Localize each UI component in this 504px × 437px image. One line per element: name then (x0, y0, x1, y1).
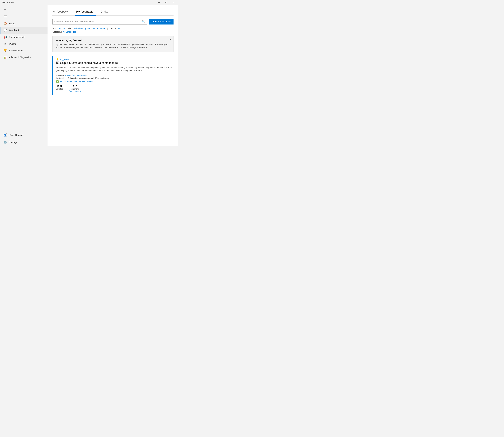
search-box[interactable]: 🔍 (52, 19, 147, 24)
sidebar-item-announcements[interactable]: 📢 Announcements (0, 34, 48, 40)
tab-all-feedback[interactable]: All feedback (52, 9, 71, 16)
comments-count: 110 (69, 85, 81, 88)
sidebar-item-home[interactable]: 🏠 Home (0, 20, 48, 27)
add-comment-link[interactable]: Add comment (69, 90, 81, 92)
titlebar: Feedback Hub — ☐ ✕ (0, 0, 178, 5)
sidebar-bottom: 👤 Cora Thomas ⚙️ Settings (0, 131, 48, 146)
hamburger-line-3 (4, 17, 7, 17)
sidebar-nav: 🏠 Home 💬 Feedback 📢 Announcements 🖥 Ques… (0, 20, 48, 61)
category-meta-label: Category (56, 74, 64, 76)
info-banner: Introducing My feedback My feedback make… (52, 36, 174, 52)
comments-section: 110 comments Add comment (69, 85, 81, 92)
info-banner-text: My feedback makes it easier to find the … (56, 43, 170, 49)
add-new-feedback-button[interactable]: + Add new feedback (149, 19, 174, 24)
filter-label: Filter: (67, 27, 73, 30)
quests-icon: 🖥 (3, 42, 7, 45)
last-activity-label: Last activity (56, 77, 67, 79)
search-icon: 🔍 (142, 20, 145, 23)
close-button[interactable]: ✕ (170, 0, 177, 5)
feedback-type: 💡 Suggestion (56, 58, 174, 60)
sidebar-item-feedback[interactable]: 💬 Feedback (0, 27, 48, 34)
maximize-button[interactable]: ☐ (163, 0, 170, 5)
official-response-text: An official response has been posted (60, 80, 93, 82)
tab-drafts[interactable]: Drafts (100, 9, 111, 16)
feedback-category: Category Apps > Snip and Sketch (56, 74, 174, 76)
filter-row: Sort: Activity Filter: Submitted by me, … (52, 27, 174, 30)
sidebar-item-settings[interactable]: ⚙️ Settings (0, 139, 48, 146)
tab-my-feedback[interactable]: My feedback (75, 9, 96, 16)
feedback-icon: 💬 (3, 29, 7, 32)
category-arrow: > (70, 74, 72, 76)
feedback-body: You should be able to zoom in on an imag… (56, 66, 174, 72)
last-activity-time: 52 seconds ago (95, 77, 109, 79)
comments-label: comments (69, 88, 81, 90)
hamburger-button[interactable] (2, 13, 8, 19)
sidebar-item-feedback-label: Feedback (9, 29, 19, 31)
sidebar-item-achievements-label: Achievements (9, 49, 23, 52)
app-body: ← 🏠 Home 💬 Feedback 📢 Announcements 🖥 Qu… (0, 5, 178, 146)
hamburger-line-1 (4, 15, 7, 15)
tabs: All feedback My feedback Drafts (52, 9, 174, 16)
filter-value[interactable]: Submitted by me, Upvoted by me (74, 27, 105, 30)
sort-label: Sort: (52, 27, 57, 30)
user-avatar-icon: 👤 (4, 134, 7, 137)
search-row: 🔍 + Add new feedback (52, 19, 174, 24)
device-value[interactable]: PC (118, 27, 121, 30)
user-name-label: Cora Thomas (10, 134, 23, 136)
filter-separator: Filter: (67, 27, 73, 30)
sidebar-item-quests[interactable]: 🖥 Quests (0, 40, 48, 47)
main-content: All feedback My feedback Drafts 🔍 + Add … (48, 5, 178, 146)
category-app-link[interactable]: Apps (65, 74, 70, 76)
sidebar-item-quests-label: Quests (9, 43, 16, 45)
home-icon: 🏠 (3, 22, 7, 25)
advanced-diagnostics-icon: 📊 (3, 56, 7, 59)
category-value[interactable]: All Categories (63, 31, 76, 33)
sidebar-item-settings-label: Settings (9, 141, 17, 144)
sidebar-item-advanced-diagnostics[interactable]: 📊 Advanced Diagnostics (0, 54, 48, 61)
filter-divider: | (107, 27, 108, 30)
banner-close-button[interactable]: ✕ (169, 38, 171, 40)
feedback-card: 💡 Suggestion 🖼 Snip & Sketch app should … (52, 56, 174, 95)
titlebar-controls: — ☐ ✕ (155, 0, 177, 5)
feedback-last-activity: Last activity This collection was create… (56, 77, 174, 79)
sidebar-item-announcements-label: Announcements (9, 36, 25, 38)
sidebar-item-achievements[interactable]: 🏆 Achievements (0, 47, 48, 54)
avatar: 👤 (3, 133, 7, 137)
feedback-title: 🖼 Snip & Sketch app should have a zoom f… (56, 61, 174, 65)
upvotes-label: upvotes (56, 88, 63, 90)
category-label: Category: (52, 31, 62, 33)
last-activity-text: This collection was created (68, 77, 93, 79)
category-sub-link[interactable]: Snip and Sketch (72, 74, 87, 76)
category-row: Category: All Categories (52, 31, 174, 33)
feedback-title-icon: 🖼 (56, 61, 59, 64)
search-input[interactable] (54, 20, 142, 23)
hamburger-line-2 (4, 16, 7, 16)
upvotes-count: 1752 (56, 85, 63, 88)
titlebar-left: Feedback Hub (2, 1, 14, 3)
settings-icon: ⚙️ (3, 141, 7, 144)
official-response[interactable]: ✅ An official response has been posted (56, 80, 174, 83)
info-banner-title: Introducing My feedback (56, 39, 170, 42)
suggestion-icon: 💡 (56, 58, 59, 60)
sidebar-item-home-label: Home (9, 22, 15, 25)
feedback-stats: 1752 upvotes 110 comments Add comment (56, 85, 174, 92)
response-checkmark-icon: ✅ (56, 80, 59, 83)
achievements-icon: 🏆 (3, 49, 7, 52)
app-title: Feedback Hub (2, 1, 14, 3)
sidebar: ← 🏠 Home 💬 Feedback 📢 Announcements 🖥 Qu… (0, 5, 48, 146)
announcements-icon: 📢 (3, 35, 7, 39)
user-profile-item[interactable]: 👤 Cora Thomas (0, 131, 48, 139)
feedback-title-text[interactable]: Snip & Sketch app should have a zoom fea… (60, 61, 118, 65)
sidebar-item-advanced-diagnostics-label: Advanced Diagnostics (9, 56, 31, 59)
minimize-button[interactable]: — (155, 0, 163, 5)
sort-value[interactable]: Activity (58, 27, 65, 30)
feedback-type-label: Suggestion (60, 58, 70, 60)
back-button[interactable]: ← (2, 7, 8, 12)
upvotes-section: 1752 upvotes (56, 85, 63, 90)
device-label: Device: (110, 27, 117, 30)
